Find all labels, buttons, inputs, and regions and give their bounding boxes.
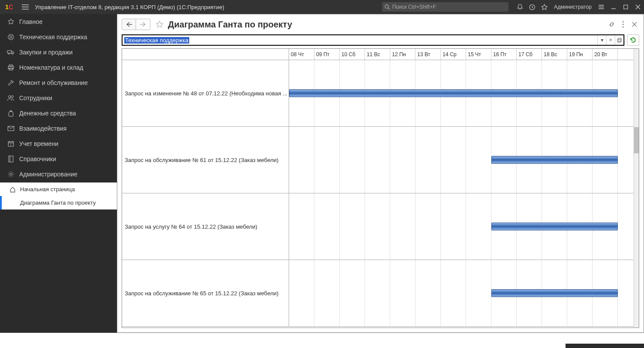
app-title: Управление IT-отделом 8, редакция 3.1 КО…: [35, 4, 224, 10]
truck-icon: [6, 49, 16, 55]
gantt-task-label: Запрос на обслуживание № 61 от 15.12.22 …: [122, 127, 289, 193]
gantt-bar[interactable]: [491, 156, 618, 164]
gantt-task-label: Запрос на обслуживание № 65 от 15.12.22 …: [122, 260, 289, 326]
gantt-col-header: 13 Вт: [416, 49, 441, 60]
open-tab-0[interactable]: Начальная страница: [0, 182, 117, 196]
tab-label: Начальная страница: [20, 186, 75, 193]
search-placeholder: Поиск Ctrl+Shift+F: [392, 4, 436, 10]
gantt-task-label: Запрос на услугу № 64 от 15.12.22 (Заказ…: [122, 193, 289, 260]
gantt-row: Запрос на изменение № 48 от 07.12.22 (Не…: [122, 60, 634, 127]
user-label[interactable]: Администратор: [550, 4, 595, 10]
gantt-col-header: 08 Чт: [289, 49, 314, 60]
main-content: Диаграмма Ганта по проекту Техническая п…: [117, 14, 644, 333]
sidebar-item-10[interactable]: Администрирование: [0, 166, 117, 182]
project-filter-value: Техническая поддержка: [123, 37, 597, 44]
global-search[interactable]: Поиск Ctrl+Shift+F: [382, 2, 508, 12]
gantt-bar[interactable]: [491, 223, 618, 230]
svg-point-21: [10, 173, 12, 175]
sidebar-item-5[interactable]: Сотрудники: [0, 90, 117, 105]
gantt-col-header: 17 Сб: [517, 49, 542, 60]
svg-point-15: [9, 95, 11, 98]
sidebar: ГлавноеТехническая поддержкаЗакупки и пр…: [0, 14, 117, 333]
sidebar-item-2[interactable]: Закупки и продажи: [0, 44, 117, 60]
open-dialog-icon[interactable]: [615, 35, 624, 45]
sidebar-item-label: Главное: [19, 18, 43, 25]
sidebar-item-4[interactable]: Ремонт и обслуживание: [0, 75, 117, 90]
close-page-icon[interactable]: [629, 19, 640, 30]
svg-text:С: С: [9, 3, 13, 10]
mail-icon: [6, 126, 16, 131]
filter-row: Техническая поддержка ▾ ×: [117, 33, 644, 48]
svg-rect-25: [617, 39, 620, 42]
sidebar-item-0[interactable]: Главное: [0, 14, 117, 29]
gantt-row: Запрос на обслуживание № 65 от 15.12.22 …: [122, 260, 634, 327]
project-filter[interactable]: Техническая поддержка ▾ ×: [122, 34, 624, 46]
svg-line-3: [388, 8, 390, 10]
people-icon: [6, 95, 16, 101]
gantt-bar[interactable]: [289, 89, 618, 97]
open-tab-1[interactable]: Диаграмма Ганта по проекту: [0, 196, 117, 209]
svg-text:1: 1: [5, 3, 9, 10]
sidebar-item-label: Администрирование: [19, 171, 78, 178]
wrench-icon: [6, 79, 16, 86]
sidebar-item-label: Справочники: [19, 155, 56, 162]
sidebar-item-1[interactable]: Техническая поддержка: [0, 29, 117, 44]
panel-settings-icon[interactable]: [595, 0, 607, 14]
sidebar-item-label: Номенклатура и склад: [19, 64, 83, 71]
nav-back-forward: [122, 19, 150, 30]
gantt-col-header: 09 Пт: [314, 49, 340, 60]
main-menu-icon[interactable]: [21, 3, 30, 11]
sidebar-item-6[interactable]: Денежные средства: [0, 105, 117, 121]
gantt-row: Запрос на услугу № 64 от 15.12.22 (Заказ…: [122, 193, 634, 260]
svg-rect-20: [9, 156, 13, 162]
svg-rect-6: [624, 5, 628, 9]
clear-filter-icon[interactable]: ×: [606, 35, 615, 45]
sidebar-item-8[interactable]: 7Учет времени: [0, 136, 117, 151]
svg-point-11: [12, 53, 13, 54]
notifications-icon[interactable]: [514, 0, 526, 14]
history-icon[interactable]: [526, 0, 538, 14]
back-button[interactable]: [122, 19, 136, 30]
calendar-icon: 7: [6, 141, 16, 147]
home-icon: [8, 186, 17, 193]
favorites-icon[interactable]: [538, 0, 550, 14]
minimize-button[interactable]: [607, 0, 620, 14]
tab-label: Диаграмма Ганта по проекту: [20, 199, 96, 206]
gantt-col-header: 10 Сб: [340, 49, 365, 60]
gantt-col-header: 19 Пн: [567, 49, 593, 60]
sidebar-item-label: Ремонт и обслуживание: [19, 79, 88, 86]
close-window-button[interactable]: [632, 0, 644, 14]
sidebar-item-label: Денежные средства: [19, 110, 76, 117]
status-bar: [0, 333, 644, 348]
sidebar-item-9[interactable]: Справочники: [0, 151, 117, 166]
app-logo-icon: 1С: [4, 3, 17, 11]
more-menu-icon[interactable]: [617, 19, 629, 30]
svg-rect-9: [7, 51, 11, 53]
gantt-bar[interactable]: [491, 289, 618, 297]
svg-point-10: [8, 53, 10, 54]
gantt-col-header: 15 Чт: [466, 49, 491, 60]
gantt-row: Запрос на обслуживание № 61 от 15.12.22 …: [122, 127, 634, 193]
gantt-col-header: 16 Пт: [491, 49, 517, 60]
vertical-scrollbar[interactable]: [634, 49, 639, 328]
svg-point-16: [11, 95, 14, 98]
maximize-button[interactable]: [620, 0, 632, 14]
sidebar-item-7[interactable]: Взаимодействия: [0, 121, 117, 136]
gantt-col-header: 20 Вт: [593, 49, 618, 60]
forward-button[interactable]: [136, 19, 150, 30]
gantt-col-header: 14 Ср: [441, 49, 466, 60]
sidebar-item-3[interactable]: Номенклатура и склад: [0, 60, 117, 75]
svg-point-24: [623, 27, 624, 28]
gantt-col-header: 11 Вс: [365, 49, 390, 60]
gantt-chart: 08 Чт09 Пт10 Сб11 Вс12 Пн13 Вт14 Ср15 Чт…: [122, 48, 639, 328]
refresh-button[interactable]: [627, 34, 639, 46]
link-icon[interactable]: [606, 19, 617, 30]
sidebar-item-label: Взаимодействия: [19, 125, 67, 132]
svg-point-8: [10, 36, 12, 38]
svg-text:7: 7: [10, 143, 12, 146]
favorite-star-icon[interactable]: [155, 20, 164, 29]
dropdown-icon[interactable]: ▾: [597, 35, 606, 45]
star-icon: [6, 18, 16, 25]
lifebuoy-icon: [6, 34, 16, 41]
money-icon: [6, 110, 16, 117]
